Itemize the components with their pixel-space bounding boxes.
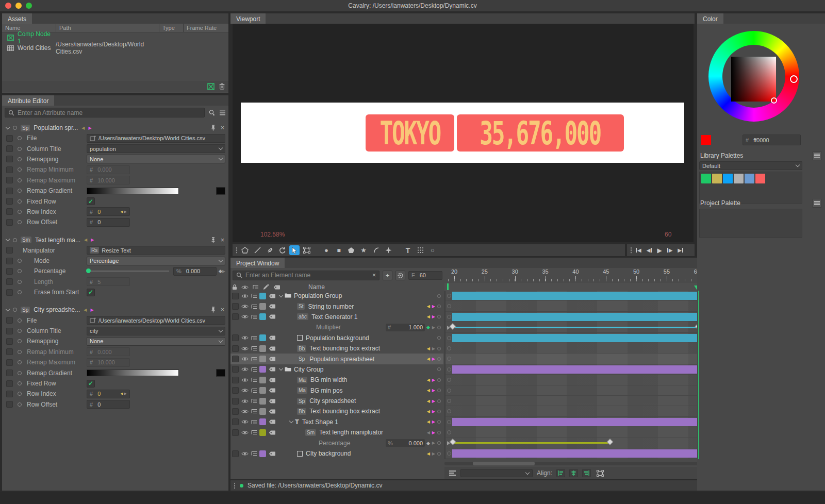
layer-checkbox[interactable] [232, 377, 239, 383]
keyframe-span-line[interactable] [453, 442, 610, 444]
layer-checkbox[interactable] [232, 303, 239, 310]
row-offset-field[interactable]: #0 [87, 400, 130, 409]
keyframe-ring-icon[interactable] [18, 402, 22, 407]
keyframe-ring-icon[interactable] [18, 136, 22, 140]
in-point-marker[interactable] [447, 283, 449, 290]
next-keyframe-icon[interactable]: ▶ [432, 441, 435, 445]
hierarchy-icon[interactable] [250, 293, 258, 298]
keyframe-diamond[interactable] [450, 439, 456, 446]
asset-row[interactable]: World Cities /Users/ianwaters/Desktop/Wo… [2, 43, 228, 53]
close-icon[interactable]: × [221, 124, 224, 131]
attribute-checkbox[interactable] [6, 177, 13, 183]
keyframe-ring-icon[interactable] [437, 294, 441, 298]
input-connection-icon[interactable]: ◀ [427, 357, 430, 361]
output-connection-icon[interactable]: ▶ [432, 430, 435, 435]
decrement-icon[interactable]: ◀ [120, 210, 123, 214]
attribute-checkbox[interactable] [6, 145, 13, 152]
keyframe-ring-icon[interactable] [437, 326, 441, 329]
next-frame-button[interactable]: ▶ [666, 247, 674, 253]
lane-ring-icon[interactable] [447, 451, 451, 456]
tab-attribute-editor[interactable]: Attribute Editor [2, 95, 54, 106]
minimize-window-button[interactable] [15, 3, 22, 9]
ellipse-tool[interactable]: ● [321, 245, 332, 255]
keyframe-ring-icon[interactable] [437, 336, 441, 340]
next-keyframe-icon[interactable]: ▶ [432, 325, 435, 330]
attribute-search-input[interactable] [18, 109, 201, 116]
tag-icon[interactable] [268, 294, 276, 298]
keyframe-ring-icon[interactable] [437, 315, 441, 318]
picker-icon[interactable] [263, 284, 269, 290]
erase-from-start-checkbox[interactable]: ✓ [87, 289, 95, 296]
attribute-checkbox[interactable] [6, 289, 13, 296]
delete-asset-button[interactable] [219, 83, 225, 90]
layer-color-swatch[interactable] [259, 377, 266, 383]
sparkle-shape-tool[interactable] [383, 245, 393, 255]
hierarchy-icon[interactable] [250, 409, 258, 414]
frame-counter-field[interactable]: F60 [408, 271, 442, 280]
settings-gear-button[interactable] [395, 271, 405, 280]
keyframe-ring-icon[interactable] [18, 350, 22, 354]
attribute-checkbox[interactable] [6, 247, 13, 254]
keyframe-ring-icon[interactable] [18, 189, 22, 193]
tag-icon[interactable] [268, 419, 276, 424]
slider-knob[interactable] [86, 268, 91, 273]
tag-icon[interactable] [268, 451, 276, 456]
layer-checkbox[interactable] [232, 408, 239, 415]
scrollbar-thumb[interactable] [473, 462, 535, 465]
saturation-value-square[interactable] [731, 57, 776, 102]
toolbar-grip[interactable] [236, 247, 238, 254]
pin-icon[interactable] [211, 125, 216, 131]
sv-selector[interactable] [771, 97, 777, 104]
property-row-multiplier[interactable]: Multiplier #1.000 ◆▶ [230, 322, 443, 332]
align-right-button[interactable] [582, 469, 591, 477]
close-icon[interactable]: × [221, 237, 224, 244]
attribute-checkbox[interactable] [6, 328, 13, 334]
keyframe-ring-icon[interactable] [18, 220, 22, 224]
keyframe-ring-icon[interactable] [18, 210, 22, 214]
section-header[interactable]: Sp Population spr... ◀ ▶ × [2, 123, 228, 133]
palette-swatch[interactable] [712, 174, 722, 183]
marker-dropdown[interactable] [460, 469, 533, 477]
attribute-checkbox[interactable] [6, 188, 13, 194]
layer-row-string-to-number[interactable]: St String to number ◀▶ [230, 301, 443, 311]
gradient-editor[interactable] [87, 188, 179, 194]
clear-search-icon[interactable]: × [372, 272, 376, 279]
hierarchy-icon[interactable] [250, 346, 258, 351]
keyframe-ring-icon[interactable] [18, 269, 22, 273]
eye-icon[interactable] [241, 419, 249, 424]
tag-icon[interactable] [268, 357, 276, 361]
eye-icon[interactable] [241, 399, 249, 404]
input-connection-icon[interactable]: ◀ [81, 126, 85, 130]
pin-icon[interactable] [211, 237, 216, 243]
layer-color-swatch[interactable] [259, 356, 266, 362]
output-connection-icon[interactable]: ▶ [432, 419, 435, 424]
chevron-down-icon[interactable] [6, 307, 10, 311]
tab-color[interactable]: Color [697, 13, 723, 24]
keyframe-diamond-icon[interactable]: ◆ [426, 325, 430, 330]
lane-ring-icon[interactable] [447, 367, 451, 372]
layer-row-population-background[interactable]: Population background [230, 333, 443, 343]
fixed-row-checkbox[interactable]: ✓ [87, 380, 95, 388]
input-connection-icon[interactable]: ◀ [427, 409, 430, 414]
hierarchy-icon[interactable] [250, 367, 258, 372]
tag-icon[interactable] [268, 378, 276, 382]
layer-color-swatch[interactable] [259, 345, 266, 352]
attribute-checkbox[interactable] [6, 258, 13, 264]
keyframe-ring-icon[interactable] [18, 339, 22, 343]
output-connection-icon[interactable]: ▶ [432, 451, 435, 456]
layer-color-swatch[interactable] [259, 366, 266, 373]
layer-row-city-spreadsheet[interactable]: Sp City spreadsheet ◀▶ [230, 396, 443, 406]
line-tool[interactable] [252, 245, 262, 255]
layer-color-swatch[interactable] [259, 334, 266, 341]
gradient-editor[interactable] [87, 369, 179, 376]
layer-checkbox[interactable] [232, 366, 239, 373]
previous-frame-button[interactable]: ◀ [645, 247, 654, 253]
add-comp-button[interactable] [207, 83, 214, 90]
layer-color-swatch[interactable] [259, 293, 266, 299]
pin-icon[interactable] [211, 307, 216, 313]
eye-icon[interactable] [241, 314, 249, 319]
align-left-button[interactable] [556, 469, 565, 477]
timeline-playhead-line[interactable] [698, 291, 699, 459]
keyframe-ring-icon[interactable] [18, 360, 22, 364]
layer-row-population-group[interactable]: Population Group [230, 291, 443, 301]
